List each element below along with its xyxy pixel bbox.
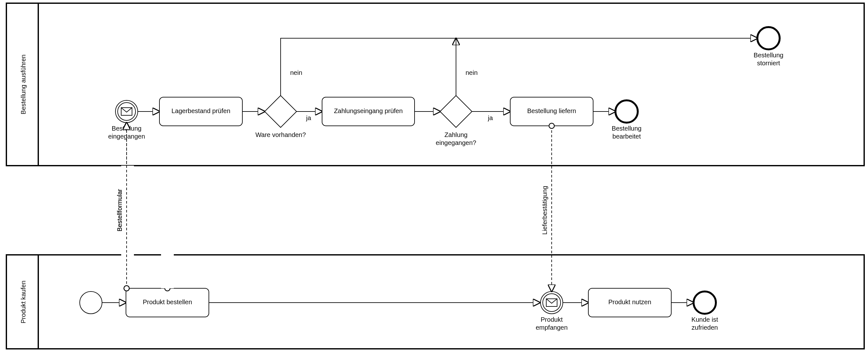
svg-point-17 [757, 27, 780, 49]
svg-text:Bestellung: Bestellung [753, 51, 783, 59]
svg-text:Kunde ist: Kunde ist [691, 316, 718, 323]
svg-point-35 [693, 291, 716, 314]
svg-text:Produkt bestellen: Produkt bestellen [143, 298, 192, 306]
start-event-blank [80, 291, 102, 314]
svg-text:storniert: storniert [757, 60, 780, 67]
svg-text:Produkt nutzen: Produkt nutzen [609, 298, 651, 306]
task-deliver-order: Bestellung liefern [510, 97, 593, 126]
envelope-icon [546, 299, 557, 307]
flow-label-yes: ja [306, 114, 311, 121]
svg-point-20 [615, 100, 638, 122]
pool-top: Bestellung ausführen [6, 3, 864, 166]
svg-text:bearbeitet: bearbeitet [613, 133, 641, 140]
svg-text:Lagerbestand prüfen: Lagerbestand prüfen [172, 107, 230, 114]
envelope-icon [121, 108, 132, 115]
svg-text:Produkt: Produkt [541, 316, 563, 323]
svg-text:eingegangen?: eingegangen? [436, 139, 476, 146]
svg-text:Bestellung liefern: Bestellung liefern [527, 107, 576, 114]
svg-text:Zahlung: Zahlung [444, 131, 467, 138]
svg-point-25 [80, 291, 102, 314]
task-check-payment: Zahlungseingang prüfen [322, 97, 414, 126]
svg-text:empfangen: empfangen [536, 324, 568, 331]
task-order-product: Produkt bestellen [126, 288, 209, 317]
svg-text:Bestellformular: Bestellformular [116, 189, 123, 232]
message-flow-delivery-confirmation-label: Lieferbestätigung [541, 186, 548, 235]
svg-text:zufrieden: zufrieden [692, 324, 718, 331]
flow-label-no: nein [466, 69, 478, 76]
svg-text:Zahlungseingang prüfen: Zahlungseingang prüfen [334, 107, 403, 114]
flow-label-no: nein [290, 69, 302, 76]
svg-rect-41 [161, 210, 174, 288]
bpmn-diagram: Bestellung ausführen Bestellung eingegan… [0, 0, 868, 352]
svg-text:Ware vorhanden?: Ware vorhanden? [255, 131, 306, 138]
pool-bottom-label: Produkt kaufen [20, 281, 27, 324]
task-check-stock: Lagerbestand prüfen [159, 97, 242, 126]
svg-text:Bestellung: Bestellung [612, 125, 641, 132]
task-use-product: Produkt nutzen [588, 288, 671, 317]
svg-rect-1 [6, 3, 864, 166]
flow-label-yes: ja [488, 114, 493, 121]
pool-top-label: Bestellung ausführen [20, 55, 27, 114]
